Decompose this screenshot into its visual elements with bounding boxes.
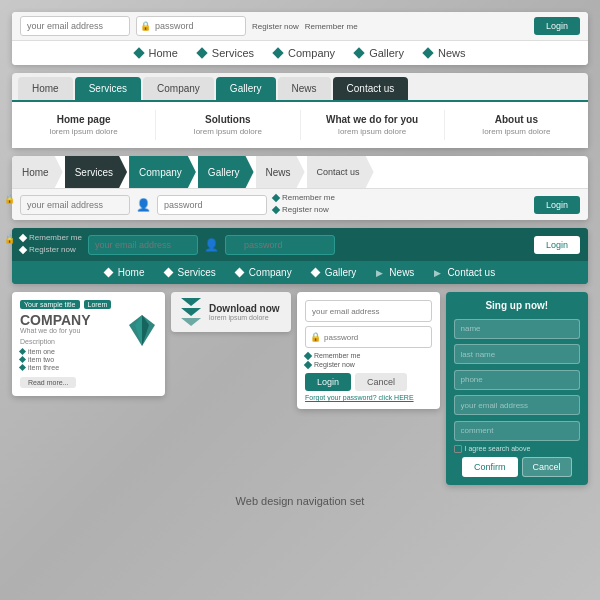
signup-email[interactable] — [454, 395, 580, 415]
company-body: COMPANY What we do for you Description i… — [20, 313, 157, 388]
download-subtitle: lorem ipsum dolore — [209, 314, 280, 321]
register-row-form: Register now — [305, 361, 431, 368]
sub-whatwedo[interactable]: What we do for you lorem ipsum dolore — [301, 110, 445, 140]
form-password[interactable] — [305, 326, 431, 348]
form-cancel-btn[interactable]: Cancel — [355, 373, 407, 391]
tab-home[interactable]: Home — [18, 77, 73, 100]
sub-title: What we do for you — [309, 114, 436, 125]
sub-title: Solutions — [164, 114, 291, 125]
card-tags: Your sample title Lorem — [20, 300, 157, 309]
check-diamond-form1 — [304, 351, 312, 359]
password-wrap-3: 🔒 — [157, 194, 267, 215]
diamond-white-sm — [19, 233, 27, 241]
tab-services[interactable]: Services — [75, 77, 141, 100]
lock-icon-form: 🔒 — [310, 332, 321, 342]
agree-checkbox[interactable] — [454, 445, 462, 453]
diamond-white-sm2 — [19, 245, 27, 253]
form-login-btn[interactable]: Login — [305, 373, 351, 391]
tag-2: Lorem — [84, 300, 112, 309]
chevron-2 — [181, 308, 201, 316]
tab-company[interactable]: Company — [143, 77, 214, 100]
sub-aboutus[interactable]: About us lorem ipsum dolore — [445, 110, 588, 140]
chevron-3 — [181, 318, 201, 326]
form-email[interactable] — [305, 300, 431, 322]
arrow-nav-row: Home Services Company Gallery News Conta… — [12, 156, 588, 188]
signup-card: Sing up now! I agree search above Confir… — [446, 292, 588, 485]
form-pass-wrap: 🔒 — [305, 326, 431, 348]
download-area: Download now lorem ipsum dolore — [171, 292, 291, 332]
tab-gallery[interactable]: Gallery — [216, 77, 276, 100]
confirm-button[interactable]: Confirm — [462, 457, 518, 477]
arrow-news[interactable]: News — [256, 156, 305, 188]
signup-comment[interactable] — [454, 421, 580, 441]
signup-lastname[interactable] — [454, 344, 580, 364]
agree-row: I agree search above — [454, 445, 580, 453]
tag-1: Your sample title — [20, 300, 80, 309]
login-button-1[interactable]: Login — [534, 17, 580, 35]
email-input-3[interactable] — [20, 195, 130, 215]
register-row-dark: Register now — [20, 245, 82, 254]
nav-services-1[interactable]: Services — [188, 47, 264, 59]
diamond-icon — [196, 47, 207, 58]
bullet-3: item three — [20, 364, 121, 371]
arrow-contact[interactable]: Contact us — [307, 156, 374, 188]
arrow-company[interactable]: Company — [129, 156, 196, 188]
login-bar-1: 🔒 Register now Remember me Login — [12, 12, 588, 41]
sub-homepage[interactable]: Home page lorem ipsum dolore — [12, 110, 156, 140]
sub-solutions[interactable]: Solutions lorem ipsum dolore — [156, 110, 300, 140]
diamond-icon — [353, 47, 364, 58]
email-input-1[interactable] — [20, 16, 130, 36]
sub-title: Home page — [20, 114, 147, 125]
nav-home-1[interactable]: Home — [125, 47, 188, 59]
tabs-row: Home Services Company Gallery News Conta… — [12, 77, 588, 100]
tab-contact[interactable]: Contact us — [333, 77, 409, 100]
nav-block-4: Remember me Register now 👤 🔒 Login Home … — [12, 228, 588, 284]
dark-nav-home[interactable]: Home — [95, 267, 155, 278]
signup-buttons: Confirm Cancel — [454, 457, 580, 477]
arrow-services[interactable]: Services — [65, 156, 127, 188]
dark-nav-news[interactable]: ▶News — [366, 267, 424, 278]
company-sub: What we do for you — [20, 327, 121, 334]
dark-nav-services[interactable]: Services — [155, 267, 226, 278]
nav-gallery-1[interactable]: Gallery — [345, 47, 414, 59]
company-card: Your sample title Lorem COMPANY What we … — [12, 292, 165, 396]
company-name: COMPANY — [20, 313, 121, 327]
nav-label: Company — [288, 47, 335, 59]
form-buttons: Login Cancel — [305, 373, 431, 391]
bullet-list: item one item two item three — [20, 348, 121, 371]
forgot-password-link[interactable]: Forgot your password? click HERE — [305, 394, 431, 401]
login-button-4[interactable]: Login — [534, 236, 580, 254]
password-input-3[interactable] — [157, 195, 267, 215]
signup-name[interactable] — [454, 319, 580, 339]
nav-block-2: Home Services Company Gallery News Conta… — [12, 73, 588, 148]
dark-nav-company[interactable]: Company — [226, 267, 302, 278]
arrow-gallery[interactable]: Gallery — [198, 156, 254, 188]
nav-news-1[interactable]: News — [414, 47, 476, 59]
remember-label-3: Remember me — [282, 193, 335, 202]
read-more-btn[interactable]: Read more... — [20, 377, 76, 388]
password-input-1[interactable] — [136, 16, 246, 36]
email-input-4[interactable] — [88, 235, 198, 255]
sub-desc: lorem ipsum dolore — [20, 127, 147, 136]
nav-block-1: 🔒 Register now Remember me Login Home Se… — [12, 12, 588, 65]
arrow-home[interactable]: Home — [12, 156, 63, 188]
nav-company-1[interactable]: Company — [264, 47, 345, 59]
remember-row-form: Remember me — [305, 352, 431, 359]
remember-label-1: Remember me — [305, 22, 358, 31]
login-button-3[interactable]: Login — [534, 196, 580, 214]
check-diamond-2 — [272, 205, 280, 213]
dark-nav-contact[interactable]: ▶Contact us — [424, 267, 505, 278]
person-icon: 👤 — [136, 198, 151, 212]
register-label-4: Register now — [29, 245, 76, 254]
diamond-white-nav — [103, 268, 113, 278]
dark-nav-gallery[interactable]: Gallery — [302, 267, 367, 278]
password-input-4[interactable] — [225, 235, 335, 255]
register-link-1[interactable]: Register now — [252, 22, 299, 31]
tab-news[interactable]: News — [278, 77, 331, 100]
cancel-button-signup[interactable]: Cancel — [522, 457, 572, 477]
bullet-diamond-3 — [19, 364, 26, 371]
download-button[interactable]: Download now lorem ipsum dolore — [171, 292, 291, 332]
signup-phone[interactable] — [454, 370, 580, 390]
remember-register-dark: Remember me Register now — [20, 233, 82, 256]
bullet-diamond-1 — [19, 348, 26, 355]
